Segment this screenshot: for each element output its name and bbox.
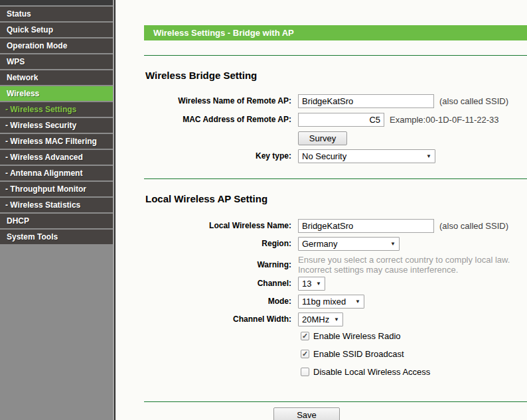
local-name-label: Local Wireless Name: — [115, 221, 291, 230]
enable-ssid-broadcast-label: Enable SSID Broadcast — [313, 349, 404, 359]
sidebar-item-throughput-monitor[interactable]: - Throughput Monitor — [0, 182, 113, 196]
dropdown-arrow-icon: ▼ — [355, 299, 360, 305]
sidebar-item-network[interactable]: Network — [0, 70, 113, 85]
sidebar-item-wireless-statistics[interactable]: - Wireless Statistics — [0, 198, 113, 212]
channel-select[interactable]: 13 ▼ — [298, 277, 325, 291]
key-type-value: No Security — [302, 151, 346, 161]
channel-width-label: Channel Width: — [115, 315, 291, 324]
sidebar-item-wireless-security[interactable]: - Wireless Security — [0, 118, 113, 133]
sidebar-item-wireless-mac-filtering[interactable]: - Wireless MAC Filtering — [0, 134, 113, 149]
mode-select[interactable]: 11bg mixed ▼ — [298, 295, 364, 309]
mode-label: Mode: — [115, 297, 291, 306]
channel-label: Channel: — [115, 279, 291, 288]
page-title: Wireless Settings - Bridge with AP — [153, 28, 294, 38]
remote-ap-name-input[interactable] — [298, 94, 434, 108]
dropdown-arrow-icon: ▼ — [334, 316, 339, 322]
remote-name-row: Wireless Name of Remote AP: (also called… — [115, 94, 527, 108]
dropdown-arrow-icon: ▼ — [390, 241, 396, 247]
channel-value: 13 — [302, 279, 311, 289]
channel-row: Channel: 13 ▼ — [115, 276, 527, 291]
warning-row: Warning: Ensure you select a correct cou… — [115, 255, 527, 275]
remote-mac-label: MAC Address of Remote AP: — [115, 115, 291, 124]
warning-label: Warning: — [115, 260, 291, 269]
region-select[interactable]: Germany ▼ — [298, 237, 400, 251]
enable-wireless-radio-label: Enable Wireless Radio — [313, 331, 401, 341]
ap-section-heading: Local Wireless AP Setting — [145, 193, 527, 204]
separator-bottom — [144, 401, 527, 402]
sidebar-item-quick-setup[interactable]: Quick Setup — [0, 23, 113, 37]
local-name-note: (also called SSID) — [439, 221, 508, 231]
separator-top — [144, 55, 527, 56]
sidebar-item-wireless[interactable]: Wireless — [0, 86, 113, 101]
region-value: Germany — [302, 239, 337, 249]
page-title-banner: Wireless Settings - Bridge with AP — [144, 25, 527, 40]
warning-line-1: Ensure you select a correct country to c… — [298, 255, 510, 265]
enable-wireless-radio-row: ✓ Enable Wireless Radio — [301, 331, 527, 341]
sidebar-item-wps[interactable]: WPS — [0, 54, 113, 69]
warning-text: Ensure you select a correct country to c… — [298, 255, 510, 275]
sidebar-item-status[interactable]: Status — [0, 7, 113, 21]
key-type-row: Key type: No Security ▼ — [115, 149, 527, 163]
key-type-select[interactable]: No Security ▼ — [298, 149, 435, 163]
enable-wireless-radio-checkbox[interactable]: ✓ — [301, 332, 309, 340]
warning-line-2: Incorrect settings may cause interferenc… — [298, 265, 510, 275]
sidebar-item-operation-mode[interactable]: Operation Mode — [0, 38, 113, 53]
bridge-section-heading: Wireless Bridge Setting — [145, 70, 527, 81]
save-row: Save — [115, 407, 527, 420]
enable-ssid-broadcast-checkbox[interactable]: ✓ — [301, 350, 309, 358]
key-type-label: Key type: — [115, 151, 291, 161]
disable-local-wireless-label: Disable Local Wireless Access — [313, 367, 430, 377]
region-label: Region: — [115, 239, 291, 248]
local-name-row: Local Wireless Name: (also called SSID) — [115, 218, 527, 233]
main-content: Wireless Settings - Bridge with AP Wirel… — [115, 0, 527, 420]
remote-name-note: (also called SSID) — [439, 96, 508, 106]
sidebar-item-antenna-alignment[interactable]: - Antenna Alignment — [0, 166, 113, 180]
mode-value: 11bg mixed — [302, 297, 346, 307]
check-icon: ✓ — [302, 332, 308, 340]
mode-row: Mode: 11bg mixed ▼ — [115, 294, 527, 309]
dropdown-arrow-icon: ▼ — [316, 281, 321, 287]
local-wireless-name-input[interactable] — [298, 219, 434, 233]
dropdown-arrow-icon: ▼ — [426, 153, 431, 159]
separator-middle — [144, 178, 527, 179]
channel-width-value: 20MHz — [302, 315, 329, 324]
sidebar-item-wireless-settings[interactable]: - Wireless Settings — [0, 102, 113, 117]
remote-mac-row: MAC Address of Remote AP: Example:00-1D-… — [115, 112, 527, 127]
channel-width-select[interactable]: 20MHz ▼ — [298, 313, 343, 326]
router-admin-page: Status Quick Setup Operation Mode WPS Ne… — [0, 0, 527, 420]
sidebar-item-dhcp[interactable]: DHCP — [0, 214, 113, 228]
remote-mac-note: Example:00-1D-0F-11-22-33 — [390, 115, 499, 125]
channel-width-row: Channel Width: 20MHz ▼ — [115, 312, 527, 326]
check-icon: ✓ — [302, 350, 308, 358]
survey-button[interactable]: Survey — [298, 131, 347, 145]
disable-local-wireless-row: ✓ Disable Local Wireless Access — [301, 367, 527, 377]
save-button[interactable]: Save — [273, 407, 340, 420]
disable-local-wireless-checkbox[interactable]: ✓ — [301, 368, 309, 376]
survey-row: Survey — [115, 131, 527, 145]
sidebar-item-system-tools[interactable]: System Tools — [0, 230, 113, 244]
region-row: Region: Germany ▼ — [115, 236, 527, 251]
sidebar-nav: Status Quick Setup Operation Mode WPS Ne… — [0, 0, 113, 420]
remote-name-label: Wireless Name of Remote AP: — [115, 96, 291, 105]
remote-ap-mac-input[interactable] — [298, 113, 384, 127]
sidebar-top-strip — [0, 0, 113, 5]
enable-ssid-broadcast-row: ✓ Enable SSID Broadcast — [301, 349, 527, 359]
sidebar-item-wireless-advanced[interactable]: - Wireless Advanced — [0, 150, 113, 165]
